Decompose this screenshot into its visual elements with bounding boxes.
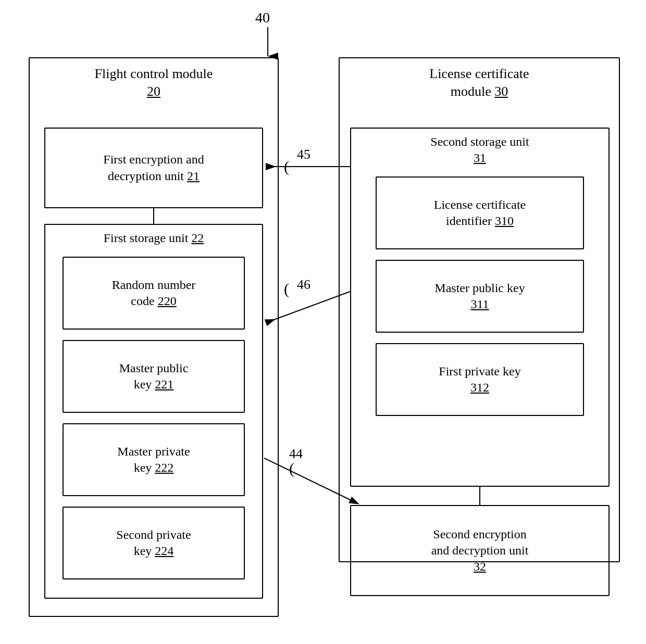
svg-text:(: ( <box>284 158 289 175</box>
label-45: 45 <box>297 147 310 162</box>
first-private-key-312-box: First private key 312 <box>376 343 584 416</box>
second-private-key-224-box: Second private key 224 <box>63 507 245 579</box>
label-46: 46 <box>297 277 310 292</box>
first-enc-dec-unit: First encryption and decryption unit 21 <box>44 128 263 208</box>
diagram: 40 Flight control module 20 First encryp… <box>0 0 646 644</box>
label-40: 40 <box>255 9 270 26</box>
license-cert-id-box: License certificate identifier 310 <box>376 176 584 249</box>
label-44: 44 <box>289 446 303 461</box>
master-public-key-221-box: Master public key 221 <box>63 340 245 413</box>
first-storage-unit-box: First storage unit 22 Random number code… <box>44 224 263 599</box>
svg-text:(: ( <box>289 460 294 477</box>
license-module-title: License certificate module 30 <box>339 65 620 100</box>
flight-module-title: Flight control module 20 <box>29 65 279 100</box>
second-enc-dec-unit: Second encryption and decryption unit 32 <box>350 505 610 596</box>
second-storage-unit-box: Second storage unit 31 License certifica… <box>350 128 610 487</box>
random-number-code-box: Random number code 220 <box>63 257 245 330</box>
master-public-key-311-box: Master public key 311 <box>376 260 584 333</box>
svg-text:(: ( <box>284 280 289 298</box>
master-private-key-222-box: Master private key 222 <box>63 423 245 496</box>
